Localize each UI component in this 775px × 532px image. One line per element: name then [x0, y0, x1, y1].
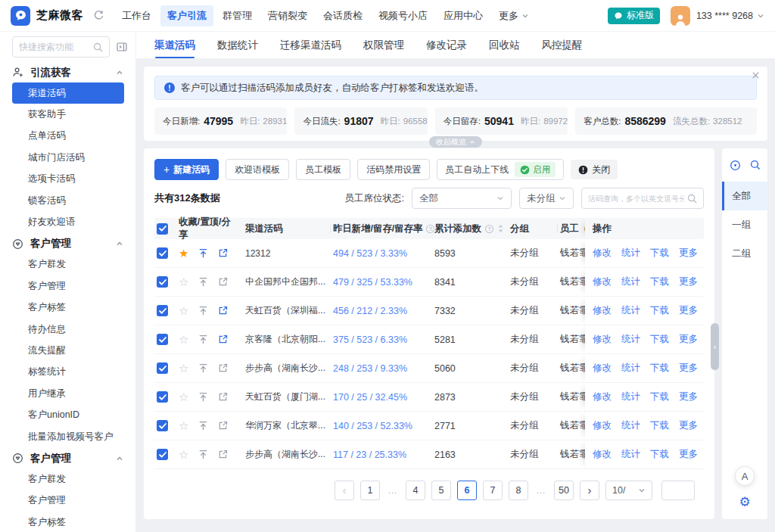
- sidebar-item[interactable]: 选项卡活码: [0, 169, 135, 190]
- daily-stats-link[interactable]: 170 / 25 / 32.45%: [330, 383, 431, 411]
- qrcode-search-input[interactable]: [588, 194, 684, 203]
- stats-link[interactable]: 统计: [621, 362, 640, 375]
- row-checkbox[interactable]: [157, 247, 168, 259]
- download-link[interactable]: 下载: [650, 275, 669, 288]
- rail-group-item[interactable]: 二组: [722, 239, 767, 268]
- sidebar-item[interactable]: 批量添加视频号客户: [0, 426, 135, 447]
- row-checkbox[interactable]: [157, 449, 168, 460]
- rail-group-item[interactable]: 全部: [722, 182, 767, 210]
- nav-menu-item[interactable]: 视频号小店: [372, 5, 434, 26]
- pin-top-icon[interactable]: [198, 277, 208, 287]
- collapse-overview-pill[interactable]: 收起概览: [429, 136, 482, 148]
- edit-link[interactable]: 修改: [593, 304, 612, 317]
- row-checkbox[interactable]: [157, 362, 168, 374]
- close-status-badge[interactable]: 关闭: [571, 160, 618, 179]
- stats-link[interactable]: 统计: [621, 275, 640, 288]
- download-link[interactable]: 下载: [650, 304, 669, 317]
- welcome-template-button[interactable]: 欢迎语模板: [226, 159, 289, 180]
- edit-link[interactable]: 修改: [593, 448, 612, 461]
- pin-top-icon[interactable]: [198, 363, 208, 373]
- panel-toggle-icon[interactable]: [116, 41, 128, 53]
- close-icon[interactable]: [752, 71, 760, 79]
- download-link[interactable]: 下载: [650, 419, 669, 432]
- sidebar-section-header[interactable]: 客户管理: [0, 448, 135, 468]
- daily-stats-link[interactable]: 479 / 325 / 53.33%: [330, 268, 431, 296]
- rail-group-item[interactable]: 一组: [722, 210, 767, 239]
- nav-menu-item[interactable]: 应用中心: [437, 5, 490, 26]
- share-icon[interactable]: [218, 450, 228, 459]
- stats-link[interactable]: 统计: [621, 448, 640, 461]
- edit-link[interactable]: 修改: [593, 247, 612, 260]
- new-qrcode-button[interactable]: +新建活码: [154, 159, 219, 180]
- qrcode-disable-settings-button[interactable]: 活码禁用设置: [357, 159, 430, 180]
- tab-item[interactable]: 迁移渠道活码: [280, 32, 341, 58]
- download-link[interactable]: 下载: [650, 333, 669, 346]
- edit-link[interactable]: 修改: [593, 362, 612, 375]
- daily-stats-link[interactable]: 456 / 212 / 2.33%: [330, 297, 431, 325]
- page-button[interactable]: 8: [509, 481, 528, 500]
- search-icon[interactable]: [750, 160, 761, 170]
- gear-icon[interactable]: ⚙: [739, 496, 750, 509]
- more-link[interactable]: 更多: [679, 448, 698, 461]
- sidebar-item[interactable]: 好友欢迎语: [0, 211, 135, 232]
- nav-menu-item[interactable]: 营销裂变: [261, 5, 314, 26]
- sidebar-item[interactable]: 客户标签: [0, 297, 135, 319]
- share-icon[interactable]: [218, 306, 228, 316]
- more-link[interactable]: 更多: [679, 390, 698, 403]
- page-button[interactable]: 50: [554, 481, 574, 500]
- sidebar-item[interactable]: 流失提醒: [0, 340, 135, 361]
- sidebar-item[interactable]: 渠道活码: [12, 82, 124, 104]
- star-icon[interactable]: ☆: [179, 362, 188, 374]
- daily-stats-link[interactable]: 248 / 253 / 9.33%: [330, 354, 431, 382]
- group-select[interactable]: 未分组: [519, 188, 574, 209]
- share-icon[interactable]: [218, 363, 228, 373]
- edit-link[interactable]: 修改: [593, 390, 612, 403]
- more-link[interactable]: 更多: [679, 275, 698, 288]
- page-button[interactable]: 5: [431, 481, 451, 500]
- nav-menu-item[interactable]: 更多: [492, 5, 536, 26]
- seat-status-select[interactable]: 全部: [412, 188, 512, 209]
- download-link[interactable]: 下载: [650, 390, 669, 403]
- page-button[interactable]: 1: [360, 481, 380, 500]
- nav-menu-item[interactable]: 群管理: [216, 5, 259, 26]
- star-icon[interactable]: ☆: [179, 420, 188, 431]
- share-icon[interactable]: [218, 421, 228, 431]
- pin-top-icon[interactable]: [198, 392, 208, 402]
- locate-icon[interactable]: [730, 160, 741, 171]
- prev-page-button[interactable]: ‹: [335, 481, 354, 500]
- sidebar-item[interactable]: 客户群发: [0, 468, 135, 490]
- share-icon[interactable]: [218, 248, 228, 258]
- page-button[interactable]: 6: [457, 481, 477, 500]
- star-icon[interactable]: ★: [179, 247, 188, 259]
- nav-menu-item[interactable]: 会话质检: [316, 5, 369, 26]
- row-checkbox[interactable]: [157, 305, 168, 316]
- sidebar-item[interactable]: 客户群发: [0, 254, 135, 275]
- sidebar-item[interactable]: 城市门店活码: [0, 147, 135, 168]
- pin-top-icon[interactable]: [198, 421, 208, 431]
- row-checkbox[interactable]: [157, 276, 168, 288]
- sidebar-item[interactable]: 客户管理: [0, 490, 135, 512]
- page-button[interactable]: 7: [483, 481, 503, 500]
- sidebar-item[interactable]: 标签统计: [0, 362, 135, 383]
- pin-top-icon[interactable]: [198, 248, 208, 258]
- more-link[interactable]: 更多: [679, 333, 698, 346]
- tab-item[interactable]: 渠道活码: [154, 32, 195, 58]
- row-checkbox[interactable]: [157, 334, 168, 345]
- row-checkbox[interactable]: [157, 420, 168, 431]
- nav-menu-item[interactable]: 工作台: [115, 5, 158, 26]
- select-all-checkbox[interactable]: [157, 223, 168, 235]
- star-icon[interactable]: ☆: [179, 305, 188, 316]
- row-checkbox[interactable]: [157, 391, 168, 403]
- tab-item[interactable]: 风控提醒: [542, 32, 583, 58]
- sort-icon[interactable]: [497, 224, 504, 233]
- next-page-button[interactable]: ›: [580, 481, 599, 500]
- download-link[interactable]: 下载: [650, 247, 669, 260]
- sidebar-search-input[interactable]: [19, 42, 93, 52]
- download-link[interactable]: 下载: [650, 362, 669, 375]
- sidebar-section-header[interactable]: 客户管理: [0, 234, 135, 254]
- page-button[interactable]: 4: [406, 481, 425, 500]
- pin-top-icon[interactable]: [198, 306, 208, 316]
- avatar[interactable]: [671, 6, 690, 26]
- page-size-select[interactable]: 10/: [605, 481, 652, 500]
- stats-link[interactable]: 统计: [621, 304, 640, 317]
